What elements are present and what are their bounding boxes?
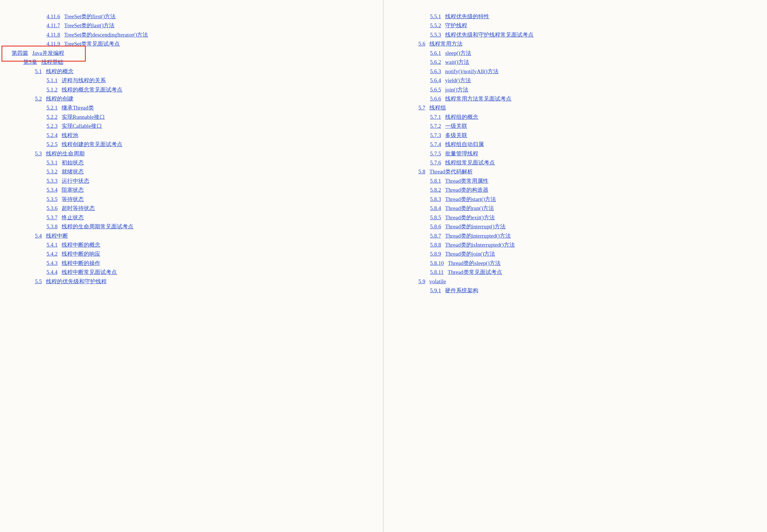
- toc-link[interactable]: 5.9volatile: [419, 278, 446, 284]
- toc-link[interactable]: 5.6.5join()方法: [430, 87, 469, 93]
- toc-entry: 5.6线程常用方法: [392, 40, 758, 48]
- toc-link[interactable]: 5.3.1初始状态: [46, 160, 84, 166]
- toc-title: 线程组常见面试考点: [445, 160, 495, 166]
- toc-link[interactable]: 5.4.1线程中断的概念: [46, 242, 100, 248]
- toc-entry: 5.5.1线程优先级的特性: [392, 12, 758, 21]
- toc-link[interactable]: 5.1.1进程与线程的关系: [46, 77, 106, 83]
- toc-link[interactable]: 5.3.8线程的生命周期常见面试考点: [46, 223, 133, 230]
- toc-link[interactable]: 5.8.7Thread类的interrupted()方法: [430, 233, 511, 239]
- toc-link[interactable]: 5.2.5线程创建的常见面试考点: [46, 141, 122, 147]
- toc-title: 线程中断的操作: [62, 260, 100, 266]
- toc-link[interactable]: 4.11.6TreeSet类的first()方法: [46, 13, 116, 19]
- toc-link[interactable]: 5.2.1继承Thread类: [46, 105, 94, 111]
- toc-title: 超时等待状态: [62, 205, 95, 211]
- toc-link[interactable]: 5.2.4线程池: [46, 132, 78, 138]
- toc-link[interactable]: 5.8.1Thread类常用属性: [430, 178, 489, 184]
- toc-title: 线程中断的响应: [62, 251, 100, 257]
- toc-link[interactable]: 5.5.1线程优先级的特性: [430, 13, 489, 19]
- toc-title: yield()方法: [445, 77, 471, 83]
- toc-number: 5.6: [419, 41, 426, 47]
- toc-title: Thread类的interrupted()方法: [445, 233, 511, 239]
- toc-number: 5.3.2: [46, 169, 58, 175]
- toc-entry: 5.1线程的概念: [9, 67, 374, 76]
- toc-number: 5.7.4: [430, 141, 441, 147]
- toc-link[interactable]: 5.3.3运行中状态: [46, 178, 89, 184]
- toc-link[interactable]: 4.11.9TreeSet类常见面试考点: [46, 41, 120, 47]
- toc-link[interactable]: 5.7.2一级关联: [430, 123, 467, 129]
- toc-link[interactable]: 5.4.3线程中断的操作: [46, 260, 100, 266]
- toc-entry: 4.11.6TreeSet类的first()方法: [9, 12, 374, 21]
- toc-link[interactable]: 5.7.6线程组常见面试考点: [430, 160, 495, 166]
- toc-link[interactable]: 5.8.10Thread类的sleep()方法: [430, 260, 501, 266]
- toc-link[interactable]: 5.8.3Thread类的start()方法: [430, 196, 496, 202]
- toc-number: 4.11.7: [46, 22, 60, 28]
- toc-link[interactable]: 5.8.2Thread类的构造器: [430, 187, 489, 193]
- toc-link[interactable]: 5.7.5批量管理线程: [430, 151, 478, 157]
- toc-link[interactable]: 5.6.4yield()方法: [430, 77, 471, 83]
- toc-link[interactable]: 5.8Thread类代码解析: [419, 169, 473, 175]
- toc-title: 线程池: [62, 132, 78, 138]
- toc-number: 5.6.5: [430, 87, 441, 93]
- toc-link[interactable]: 5.4线程中断: [35, 233, 68, 239]
- toc-link[interactable]: 5.3.6超时等待状态: [46, 205, 95, 211]
- toc-number: 5.8.6: [430, 223, 441, 230]
- toc-link[interactable]: 5.4.4线程中断常见面试考点: [46, 269, 117, 275]
- toc-link[interactable]: 5.4.2线程中断的响应: [46, 251, 100, 257]
- toc-link[interactable]: 5.7.3多级关联: [430, 132, 467, 138]
- toc-link[interactable]: 5.2.2实现Runnable接口: [46, 114, 105, 120]
- toc-number: 第5章: [23, 59, 37, 65]
- toc-entry: 5.8.3Thread类的start()方法: [392, 195, 758, 203]
- toc-link[interactable]: 5.5.3线程优先级和守护线程常见面试考点: [430, 32, 534, 38]
- toc-link[interactable]: 5.1.2线程的概念常见面试考点: [46, 87, 122, 93]
- toc-link[interactable]: 5.3线程的生命周期: [35, 151, 85, 157]
- toc-link[interactable]: 5.6.1sleep()方法: [430, 50, 471, 56]
- toc-link[interactable]: 5.8.4Thread类的run()方法: [430, 205, 494, 211]
- toc-number: 5.1: [35, 68, 42, 74]
- toc-link[interactable]: 5.2.3实现Callable接口: [46, 123, 102, 129]
- toc-link[interactable]: 5.3.2就绪状态: [46, 169, 84, 175]
- toc-entry: 5.9.1硬件系统架构: [392, 286, 758, 295]
- toc-title: TreeSet类的descendingIterator()方法: [64, 32, 148, 38]
- toc-link[interactable]: 5.3.4阻塞状态: [46, 187, 84, 193]
- toc-link[interactable]: 第四篇Java并发编程: [12, 50, 64, 56]
- toc-title: 终止状态: [62, 214, 84, 221]
- toc-link[interactable]: 5.7.4线程组自动归属: [430, 141, 484, 147]
- toc-number: 5.3.4: [46, 187, 58, 193]
- toc-link[interactable]: 5.6.2wait()方法: [430, 59, 469, 65]
- toc-link[interactable]: 4.11.8TreeSet类的descendingIterator()方法: [46, 32, 148, 38]
- toc-link[interactable]: 5.8.6Thread类的interrupt()方法: [430, 223, 506, 230]
- toc-link[interactable]: 5.3.7终止状态: [46, 214, 84, 221]
- toc-number: 5.8.10: [430, 260, 444, 266]
- toc-number: 5.2.1: [46, 105, 58, 111]
- toc-link[interactable]: 5.8.9Thread类的join()方法: [430, 251, 495, 257]
- toc-link[interactable]: 5.7线程组: [419, 105, 446, 111]
- toc-title: 等待状态: [62, 196, 84, 202]
- toc-link[interactable]: 5.6线程常用方法: [419, 41, 463, 47]
- toc-title: 就绪状态: [62, 169, 84, 175]
- toc-link[interactable]: 5.7.1线程组的概念: [430, 114, 478, 120]
- toc-link[interactable]: 5.6.3notify()/notifyAll()方法: [430, 68, 499, 74]
- toc-number: 5.3.7: [46, 214, 58, 221]
- toc-number: 5.5.1: [430, 13, 441, 19]
- toc-number: 5.3.5: [46, 196, 58, 202]
- toc-link[interactable]: 5.8.5Thread类的exit()方法: [430, 214, 495, 221]
- toc-link[interactable]: 5.5.2守护线程: [430, 22, 467, 28]
- toc-link[interactable]: 5.8.8Thread类的isInterrupted()方法: [430, 242, 515, 248]
- toc-link[interactable]: 5.9.1硬件系统架构: [430, 287, 478, 293]
- toc-link[interactable]: 5.1线程的概念: [35, 68, 74, 74]
- toc-number: 5.9.1: [430, 287, 441, 293]
- toc-link[interactable]: 5.6.6线程常用方法常见面试考点: [430, 96, 512, 102]
- toc-link[interactable]: 4.11.7TreeSet类的last()方法: [46, 22, 115, 28]
- toc-link[interactable]: 5.2线程的创建: [35, 96, 74, 102]
- toc-link[interactable]: 5.8.11Thread类常见面试考点: [430, 269, 502, 275]
- toc-link[interactable]: 5.5线程的优先级和守护线程: [35, 278, 107, 284]
- toc-title: 批量管理线程: [445, 151, 478, 157]
- toc-link[interactable]: 第5章线程基础: [23, 59, 63, 65]
- toc-title: Thread类常见面试考点: [448, 269, 502, 275]
- toc-number: 5.1.2: [46, 87, 58, 93]
- toc-title: volatile: [430, 278, 446, 284]
- toc-entry: 5.8.9Thread类的join()方法: [392, 250, 758, 258]
- toc-number: 5.4.4: [46, 269, 58, 275]
- toc-number: 5.7.6: [430, 160, 441, 166]
- toc-link[interactable]: 5.3.5等待状态: [46, 196, 84, 202]
